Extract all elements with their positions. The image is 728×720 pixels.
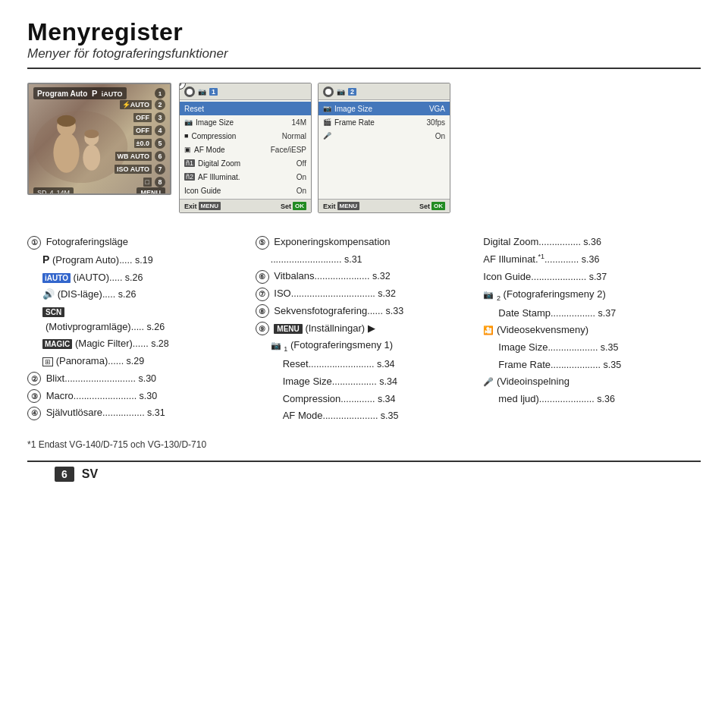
camera-screen-image: Program Auto P iAUTO 1 ⚡AUTO 2 [27,83,171,195]
menu-row-imagesize[interactable]: 📷 Image Size 14M [180,115,311,129]
ref-fotomeny1-text: (Fotograferingsmeny 1) [290,339,393,351]
menu-screens-container: 9 📷 1 Reset [179,83,450,213]
menu-badge: MENU [274,324,302,334]
ref-num-5: ⑤ [256,236,269,250]
ref-fotomeny2-text: (Fotograferingsmeny 2) [504,288,606,300]
ref-program-auto: P (Program Auto)..... s.19 [42,252,245,268]
menu-screen-title: 📷 [198,88,206,96]
compress-icon: ■ [184,132,188,140]
ref-dzoom-text: Digital Zoom................ s.36 [483,236,601,247]
set-btn[interactable]: Set OK [281,202,306,210]
scn-badge: SCN [42,307,64,317]
tab-2-badge: 2 [348,88,356,96]
sub-2: 2 [497,294,500,301]
camera-menu-icon-2 [323,86,334,97]
pano-icon: ⊞ [42,357,53,366]
ref-macro: ③ Macro........................ s.30 [27,388,245,404]
menu-row-empty2 [318,156,450,170]
menu-screen-right-header: 📷 2 [318,83,450,100]
exit-btn[interactable]: Exit MENU [184,202,221,210]
ref-iconguide: Icon Guide..................... s.37 [483,269,701,285]
ref-num-7: ⑦ [256,288,269,301]
video-icon: 🎦 [483,325,494,335]
ref-num-6: ⑥ [256,270,269,284]
ref-videosize: Image Size................... s.35 [498,340,701,355]
icons-row4: ±0.0 5 [134,138,165,149]
ref-videoljud-cont-text: med ljud)..................... s.36 [498,393,615,404]
iauto-badge: iAUTO [42,273,71,283]
ref-label: Fotograferingsläge [46,236,128,247]
ref-digital-zoom: Digital Zoom................ s.36 [483,234,701,250]
menu-row-afmode[interactable]: ▣ AF Mode Face/iESP [180,143,311,156]
ref-imgsize: Image Size................. s.34 [283,374,473,389]
off-icon2: OFF [133,126,152,135]
ref-afmode-text: AF Mode..................... s.35 [283,410,399,421]
ref-num-8: ⑧ [256,304,269,318]
menu-row-reset[interactable]: Reset [180,102,311,115]
ref-iauto: iAUTO (iAUTO)..... s.26 [42,270,245,285]
icons-row6: ISO AUTO 7 [115,164,165,174]
ref-exponering: ⑤ Exponeringskompensation [256,234,473,250]
ref-col-3: Digital Zoom................ s.36 AF Ill… [483,234,701,426]
icons-row: ⚡AUTO 2 [120,99,165,110]
ref-num-2: ② [27,372,41,385]
menu-row-afilluminat[interactable]: ñ2 AF Illuminat. On [180,170,311,184]
exposure-icon: ±0.0 [134,139,152,148]
ref-vitbalans: ⑥ Vitbalans..................... s.32 [256,269,473,284]
menu-row-iconguide[interactable]: Icon Guide On [180,184,311,197]
num-badge-group: 1 [155,88,165,99]
cam-icon: 📷 [184,118,193,126]
menu-screen-secondary: 📷 2 📷 Image Size VGA 🎬 [318,83,450,213]
ref-framerate: Frame Rate................... s.35 [498,357,701,373]
page-footer: 6 SV [27,461,701,482]
exit-btn-right[interactable]: Exit MENU [323,202,359,210]
ref-af-illuminat: AF Illuminat.*1............. s.36 [483,252,701,267]
camera-overlay: Program Auto P iAUTO 1 ⚡AUTO 2 [29,84,170,193]
ref-exponering-dots: ........................... s.31 [271,252,473,267]
ref-col-2: ⑤ Exponeringskompensation ..............… [256,234,473,426]
tab-1-badge: 1 [209,88,218,96]
menu-screen-main: 9 📷 1 Reset [179,83,312,213]
ref-panorama: ⊞ (Panorama)...... s.29 [42,354,245,369]
menu-row-imagesize-r[interactable]: 📷 Image Size VGA [318,102,450,115]
menu-row-framerate[interactable]: 🎬 Frame Rate 30fps [318,115,450,129]
icons-row3: OFF 4 [133,125,165,136]
icons-row7: □ 8 [143,177,165,187]
ref-num-1: ① [27,236,41,250]
menu-row-digitalzoom[interactable]: ñ1 Digital Zoom Off [180,156,311,170]
menu-screens-pair: 9 📷 1 Reset [179,83,450,213]
menu-row-mic[interactable]: 🎤 On [318,129,450,143]
set-btn-right[interactable]: Set OK [419,202,445,210]
off-icon1: OFF [133,113,152,122]
ref-videoljud-cont: med ljud)..................... s.36 [498,391,701,407]
ref-sjalv: ④ Självutlösare................ s.31 [27,405,245,420]
cam2-icon: 📷 [483,290,494,299]
ref-dis: 🔊 (DIS-läge)..... s.26 [42,287,245,302]
ref-reset: Reset......................... s.34 [283,357,473,372]
page-header: Menyregister Menyer för fotograferingsfu… [27,18,701,69]
ref-scn-text: (Motivprogramläge)..... s.26 [42,321,165,332]
n2-icon: ñ2 [184,173,195,181]
ref-exponering-text: Exponeringskompensation [274,236,390,247]
footnote-text: *1 Endast VG-140/D-715 och VG-130/D-710 [27,439,206,450]
menu-row-compression[interactable]: ■ Compression Normal [180,129,311,143]
mic-icon2: 🎤 [483,377,494,386]
menu-btn-box-r: MENU [337,202,360,210]
rect-icon: □ [143,178,152,187]
ref-program-auto-text: (Program Auto)..... s.19 [52,254,153,266]
num4: 4 [50,189,54,195]
mic-icon: 🎤 [323,132,331,140]
ok-btn-box-r: OK [431,202,445,210]
ref-imgsize-text: Image Size................. s.34 [283,376,397,387]
ref-dis-icon: 🔊 [42,288,55,300]
menu-rows-right: 📷 Image Size VGA 🎬 Frame Rate 30fps [318,100,450,199]
footnote: *1 Endast VG-140/D-715 och VG-130/D-710 [27,439,701,450]
menu-button[interactable]: MENU [136,187,166,195]
ref-sekvens: ⑧ Sekvensfotografering...... s.33 [256,303,473,319]
ref-num-4: ④ [27,407,41,420]
page-title: Menyregister [27,18,701,46]
ref-videomeny-text: (Videosekvensmeny) [497,324,588,335]
ref-date-stamp: Date Stamp................. s.37 [498,306,701,321]
ref-afill-text: AF Illuminat.*1............. s.36 [483,253,599,265]
menu-row-empty1 [318,143,450,156]
